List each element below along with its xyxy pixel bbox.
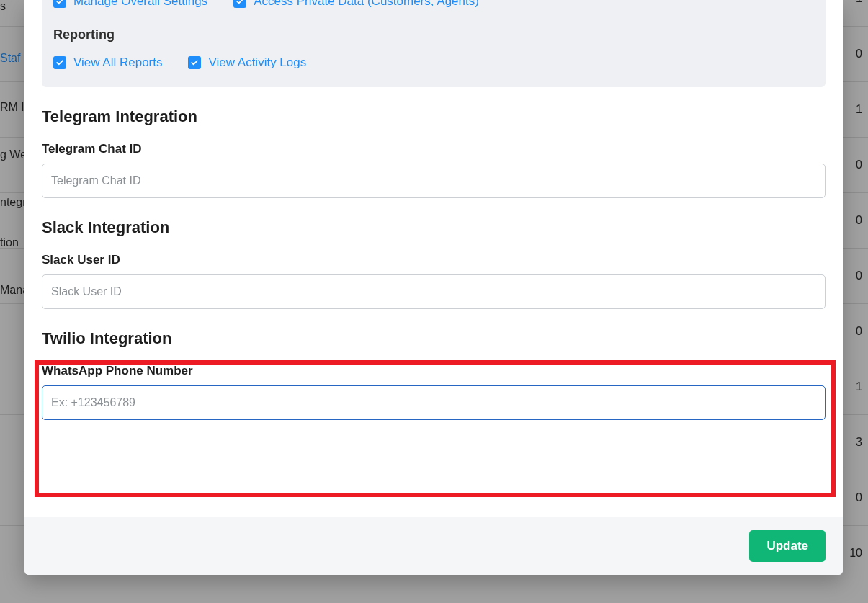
- slack-user-id-input[interactable]: [42, 274, 826, 309]
- checkbox-icon[interactable]: [188, 56, 201, 69]
- permission-view-all-reports[interactable]: View All Reports: [53, 51, 162, 74]
- permission-label[interactable]: View Activity Logs: [208, 55, 306, 70]
- settings-modal: Manage Overall SettingsAccess Private Da…: [24, 0, 843, 575]
- permission-access-private-data[interactable]: Access Private Data (Customers, Agents): [233, 0, 479, 13]
- telegram-chat-id-label: Telegram Chat ID: [42, 142, 826, 156]
- modal-footer: Update: [24, 517, 843, 575]
- twilio-integration-title: Twilio Integration: [42, 329, 826, 348]
- checkbox-icon[interactable]: [53, 56, 66, 69]
- slack-user-id-label: Slack User ID: [42, 253, 826, 267]
- whatsapp-phone-input[interactable]: [42, 385, 826, 420]
- update-button[interactable]: Update: [749, 530, 826, 562]
- whatsapp-phone-label: WhatsApp Phone Number: [42, 364, 826, 378]
- permission-label[interactable]: View All Reports: [73, 55, 162, 70]
- telegram-chat-id-input[interactable]: [42, 164, 826, 198]
- telegram-integration-title: Telegram Integration: [42, 107, 826, 126]
- checkbox-icon[interactable]: [233, 0, 246, 8]
- permissions-box: Manage Overall SettingsAccess Private Da…: [42, 0, 826, 87]
- checkbox-icon[interactable]: [53, 0, 66, 8]
- slack-integration-title: Slack Integration: [42, 218, 826, 237]
- permission-label[interactable]: Manage Overall Settings: [73, 0, 207, 9]
- permission-label[interactable]: Access Private Data (Customers, Agents): [254, 0, 479, 9]
- permission-manage-settings[interactable]: Manage Overall Settings: [53, 0, 207, 13]
- permissions-reporting-title: Reporting: [53, 27, 814, 43]
- permission-view-activity-logs[interactable]: View Activity Logs: [188, 51, 306, 74]
